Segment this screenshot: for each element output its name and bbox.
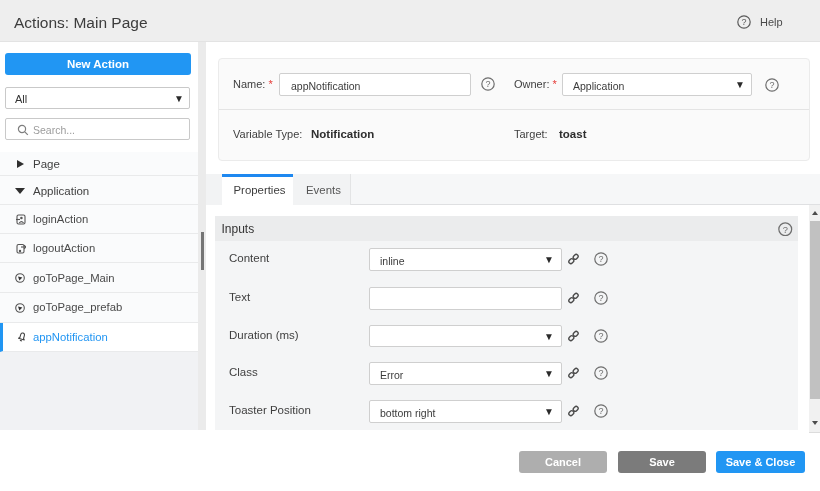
svg-text:?: ? (769, 80, 774, 90)
svg-text:?: ? (598, 406, 603, 416)
svg-text:?: ? (485, 79, 490, 89)
svg-text:?: ? (598, 293, 603, 303)
svg-text:?: ? (598, 254, 603, 264)
svg-text:?: ? (783, 224, 788, 234)
svg-text:?: ? (741, 17, 746, 27)
svg-text:?: ? (598, 368, 603, 378)
svg-text:?: ? (598, 331, 603, 341)
